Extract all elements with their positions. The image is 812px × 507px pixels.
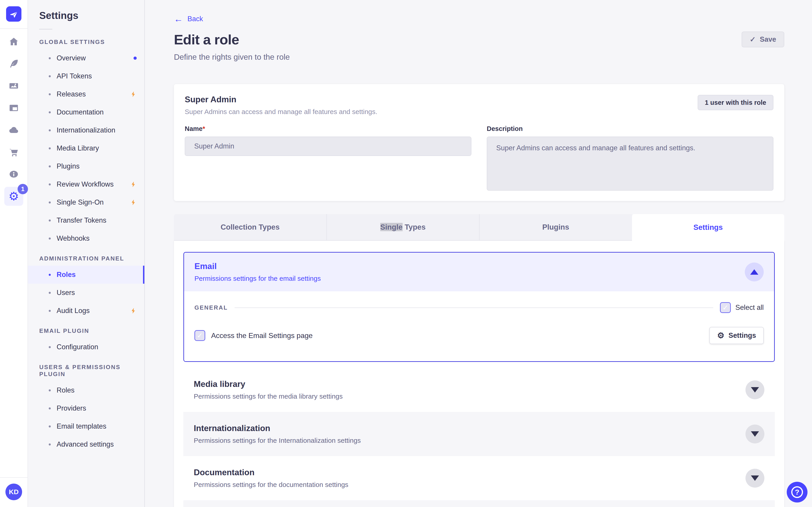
sidebar-item-up-roles[interactable]: Roles — [28, 381, 144, 399]
bullet-icon — [49, 183, 51, 185]
tab-settings[interactable]: Settings — [632, 214, 784, 241]
question-mark-icon: ? — [791, 486, 803, 498]
expand-button[interactable] — [746, 469, 764, 488]
selected-text: Single — [380, 223, 403, 231]
content-type-icon[interactable] — [3, 97, 25, 119]
bullet-icon — [49, 111, 51, 113]
bullet-icon — [49, 93, 51, 95]
bullet-icon — [49, 346, 51, 348]
lightning-icon — [130, 199, 137, 206]
sidebar-item-providers[interactable]: Providers — [28, 399, 144, 417]
sidebar-item-roles[interactable]: Roles — [28, 266, 144, 284]
email-settings-checkbox[interactable]: ✓ — [194, 330, 205, 341]
tab-plugins[interactable]: Plugins — [479, 214, 632, 241]
role-name-input[interactable] — [185, 136, 471, 156]
section-users-permissions-plugin: USERS & PERMISSIONS PLUGIN — [28, 364, 144, 378]
sidebar-item-advanced-settings[interactable]: Advanced settings — [28, 435, 144, 453]
expand-button[interactable] — [746, 380, 764, 399]
bullet-icon — [49, 292, 51, 294]
page-subtitle: Define the rights given to the role — [174, 53, 290, 61]
strapi-logo[interactable] — [6, 6, 21, 22]
sidebar-item-documentation[interactable]: Documentation — [28, 103, 144, 121]
media-library-icon[interactable] — [3, 75, 25, 97]
required-asterisk: * — [203, 125, 205, 132]
accordion-email-subtitle: Permissions settings for the email setti… — [194, 275, 321, 282]
home-icon[interactable] — [3, 31, 25, 53]
strapi-logo-icon — [9, 9, 18, 18]
accordion-email-body: GENERAL ✓ Select all ✓ Access the Email … — [184, 291, 774, 361]
help-button[interactable]: ? — [787, 482, 808, 503]
marketplace-cart-icon[interactable] — [3, 141, 25, 163]
bullet-icon — [49, 202, 51, 204]
bullet-icon — [49, 57, 51, 59]
gear-glyph: ⚙ — [9, 190, 19, 202]
sidebar-item-internationalization[interactable]: Internationalization — [28, 121, 144, 139]
content-feather-icon[interactable] — [3, 53, 25, 75]
sidebar-item-review-workflows[interactable]: Review Workflows — [28, 175, 144, 193]
name-label: Name* — [185, 125, 471, 132]
permissions-tabs: Collection Types Single Types Plugins Se… — [174, 214, 784, 241]
section-global-settings: GLOBAL SETTINGS — [28, 39, 144, 46]
sidebar-item-plugins[interactable]: Plugins — [28, 157, 144, 175]
bullet-icon — [49, 147, 51, 150]
select-all-label: Select all — [735, 303, 764, 312]
select-all[interactable]: ✓ Select all — [720, 302, 764, 313]
settings-permissions-panel: Email Permissions settings for the email… — [174, 241, 784, 507]
accordion-plugins-marketplace[interactable]: Plugins and marketplace — [184, 500, 775, 507]
lightning-icon — [130, 307, 137, 315]
chevron-down-icon — [751, 387, 759, 393]
rail-bottom: KD — [0, 477, 28, 507]
email-settings-button[interactable]: ⚙ Settings — [709, 327, 764, 344]
sidebar-item-api-tokens[interactable]: API Tokens — [28, 67, 144, 85]
bullet-icon — [49, 274, 51, 276]
bullet-icon — [49, 426, 51, 428]
email-settings-permission-label: Access the Email Settings page — [211, 332, 313, 340]
general-section-label: GENERAL — [194, 304, 228, 311]
users-with-role-button[interactable]: 1 user with this role — [698, 95, 773, 110]
sidebar-item-releases[interactable]: Releases — [28, 85, 144, 103]
lightning-icon — [130, 90, 137, 98]
sidebar-item-email-templates[interactable]: Email templates — [28, 417, 144, 435]
section-email-plugin: EMAIL PLUGIN — [28, 327, 144, 334]
save-button[interactable]: ✓ Save — [742, 32, 784, 47]
bullet-icon — [49, 389, 51, 391]
sidebar-item-configuration[interactable]: Configuration — [28, 338, 144, 356]
sidebar-item-overview[interactable]: Overview — [28, 49, 144, 67]
accordion-media-library[interactable]: Media library Permissions settings for t… — [184, 368, 775, 412]
lightning-icon — [130, 180, 137, 188]
role-subtitle: Super Admins can access and manage all f… — [185, 108, 377, 116]
sidebar-item-audit-logs[interactable]: Audit Logs — [28, 302, 144, 320]
settings-sidebar: Settings GLOBAL SETTINGS Overview API To… — [28, 0, 145, 507]
description-label: Description — [487, 125, 773, 132]
expand-button[interactable] — [746, 425, 764, 443]
role-description-textarea[interactable]: Super Admins can access and manage all f… — [487, 136, 773, 191]
general-divider — [235, 307, 713, 308]
page-title: Edit a role — [174, 32, 290, 48]
back-link[interactable]: ← Back — [174, 14, 203, 23]
bullet-icon — [49, 407, 51, 409]
nav-rail: ⚙ 1 KD — [0, 0, 28, 507]
tab-single-types[interactable]: Single Types — [326, 214, 479, 241]
back-label: Back — [188, 15, 203, 23]
bullet-icon — [49, 129, 51, 131]
accordion-documentation[interactable]: Documentation Permissions settings for t… — [184, 456, 775, 500]
role-details-card: Super Admin Super Admins can access and … — [174, 84, 784, 201]
bullet-icon — [49, 165, 51, 167]
section-administration-panel: ADMINISTRATION PANEL — [28, 255, 144, 262]
tab-collection-types[interactable]: Collection Types — [174, 214, 326, 241]
select-all-checkbox[interactable]: ✓ — [720, 302, 731, 313]
sidebar-item-webhooks[interactable]: Webhooks — [28, 229, 144, 247]
accordion-email-header[interactable]: Email Permissions settings for the email… — [184, 252, 774, 291]
settings-gear-icon[interactable]: ⚙ 1 — [3, 185, 25, 207]
collapse-button[interactable] — [745, 263, 764, 281]
bullet-icon — [49, 443, 51, 446]
chevron-up-icon — [750, 269, 758, 275]
sidebar-item-users[interactable]: Users — [28, 284, 144, 302]
sidebar-item-media-library[interactable]: Media Library — [28, 139, 144, 157]
avatar[interactable]: KD — [5, 484, 22, 500]
info-icon[interactable] — [3, 163, 25, 185]
sidebar-item-transfer-tokens[interactable]: Transfer Tokens — [28, 211, 144, 229]
cloud-icon[interactable] — [3, 119, 25, 141]
sidebar-item-single-sign-on[interactable]: Single Sign-On — [28, 193, 144, 211]
accordion-internationalization[interactable]: Internationalization Permissions setting… — [184, 412, 775, 456]
